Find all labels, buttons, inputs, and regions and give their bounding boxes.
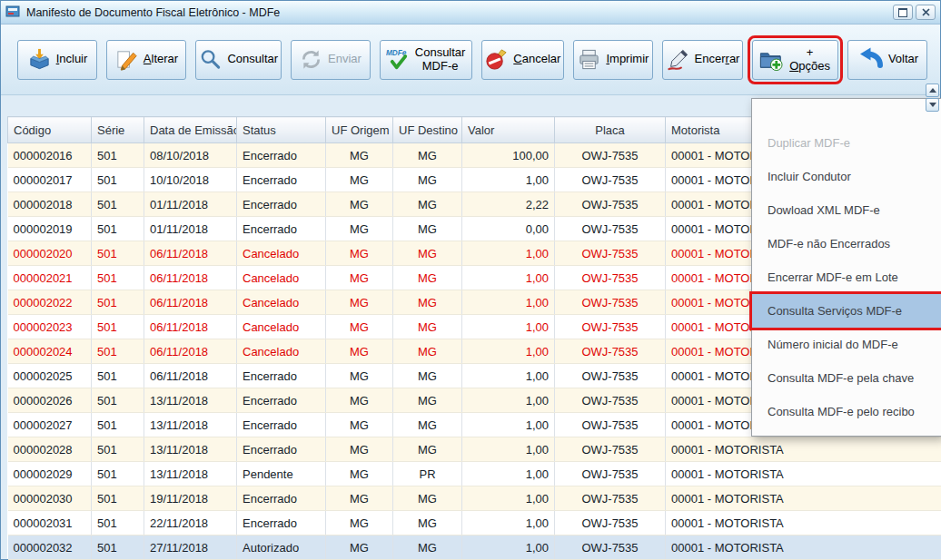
cell-data: 06/11/2018 [144,364,237,388]
maximize-button[interactable] [893,5,913,20]
cell-status: Encerrado [237,511,326,535]
column-uf-destino[interactable]: UF Destino [393,117,462,143]
cell-uf-destino: MG [393,315,462,339]
column-placa[interactable]: Placa [555,117,666,143]
cell-placa: OWJ-7535 [555,241,666,266]
imprimir-button[interactable]: Imprimir [573,40,653,80]
column-data[interactable]: Data de Emissão [144,117,237,143]
cell-uf-destino: MG [393,535,462,560]
opcoes-button[interactable]: + Opções [752,40,838,80]
cell-uf-destino: PR [393,462,462,486]
cell-status: Cancelado [237,339,326,364]
cell-codigo: 000002032 [8,535,92,560]
menu-item-consulta-pela-chave[interactable]: Consulta MDF-e pela chave [752,361,941,395]
table-row[interactable]: 000002028 501 13/11/2018 Encerrado MG MG… [8,437,941,462]
menu-item-duplicar-mdfe: Duplicar MDF-e [752,126,941,160]
record-spinners [926,84,939,112]
cell-uf-origem: MG [326,486,393,511]
cell-status: Cancelado [237,241,326,266]
imprimir-label: Imprimir [606,53,649,66]
table-row[interactable]: 000002032 501 27/11/2018 Autorizado MG M… [8,535,941,560]
column-status[interactable]: Status [237,117,326,143]
cell-serie: 501 [92,192,144,217]
menu-item-encerrar-mdfe-lote[interactable]: Encerrar MDF-e em Lote [752,260,941,294]
incluir-button[interactable]: Incluir [17,40,97,80]
cell-uf-destino: MG [393,168,462,192]
cancelar-label: Cancelar [513,53,560,66]
cell-valor: 1,00 [462,535,555,560]
cell-serie: 501 [92,241,144,266]
encerrar-button[interactable]: Encerrar [662,40,743,80]
cell-valor: 1,00 [462,413,555,437]
spin-down-button[interactable] [926,98,939,112]
cell-status: Encerrado [237,217,326,241]
consultar-button[interactable]: Consultar [195,40,282,80]
cell-placa: OWJ-7535 [555,462,666,486]
table-row[interactable]: 000002029 501 13/11/2018 Pendente MG PR … [8,462,941,486]
cell-placa: OWJ-7535 [555,217,666,241]
column-codigo[interactable]: Código [8,117,92,143]
table-row[interactable]: 000002030 501 19/11/2018 Encerrado MG MG… [8,486,941,511]
cell-codigo: 000002022 [8,290,92,315]
cell-uf-origem: MG [326,217,393,241]
app-icon [5,5,21,20]
menu-item-consulta-servicos[interactable]: Consulta Serviços MDF-e [752,294,941,328]
enviar-label: Enviar [328,53,362,66]
cell-uf-origem: MG [326,535,393,560]
cell-uf-destino: MG [393,511,462,535]
cell-valor: 1,00 [462,437,555,462]
cell-data: 10/10/2018 [144,168,237,192]
cell-uf-destino: MG [393,192,462,217]
cell-status: Pendente [237,462,326,486]
cell-placa: OWJ-7535 [555,535,666,560]
cell-valor: 1,00 [462,462,555,486]
cell-serie: 501 [92,462,144,486]
alterar-label: Alterar [144,53,178,66]
cell-codigo: 000002029 [8,462,92,486]
table-row[interactable]: 000002031 501 22/11/2018 Encerrado MG MG… [8,511,941,535]
cell-data: 13/11/2018 [144,437,237,462]
cell-serie: 501 [92,143,144,168]
close-button[interactable] [916,5,936,20]
spin-up-button[interactable] [926,84,939,97]
inbox-arrow-down-icon [27,47,52,72]
column-uf-origem[interactable]: UF Origem [326,117,393,143]
cell-uf-destino: MG [393,290,462,315]
consultar-mdfe-label: Consultar MDF-e [415,46,466,74]
cell-valor: 1,00 [462,168,555,192]
menu-item-numero-inicial[interactable]: Número inicial do MDF-e [752,328,941,361]
triangle-down-icon [929,103,936,107]
menu-item-mdfe-nao-encerrados[interactable]: MDF-e não Encerrados [752,227,941,260]
voltar-button[interactable]: Voltar [847,40,927,80]
cell-status: Encerrado [237,364,326,388]
cell-uf-origem: MG [326,462,393,486]
cell-valor: 1,00 [462,290,555,315]
cell-valor: 0,00 [462,217,555,241]
cell-serie: 501 [92,290,144,315]
app-window: Manifesto de Documento Fiscal Eletrônico… [0,0,941,560]
cell-placa: OWJ-7535 [555,266,666,290]
voltar-label: Voltar [888,53,918,66]
cell-codigo: 000002025 [8,364,92,388]
alterar-button[interactable]: Alterar [106,40,186,80]
cell-serie: 501 [92,486,144,511]
cell-placa: OWJ-7535 [555,511,666,535]
column-valor[interactable]: Valor [462,117,555,143]
cell-data: 01/11/2018 [144,192,237,217]
cell-valor: 1,00 [462,315,555,339]
cell-motorista: 00001 - MOTORISTA [666,535,941,560]
cell-valor: 1,00 [462,486,555,511]
column-serie[interactable]: Série [92,117,144,143]
consultar-mdfe-button[interactable]: MDFe Consultar MDF-e [380,40,472,80]
cell-data: 06/11/2018 [144,266,237,290]
cell-placa: OWJ-7535 [555,437,666,462]
menu-item-dowload-xml-mdfe[interactable]: Dowload XML MDF-e [752,193,941,227]
menu-item-incluir-condutor[interactable]: Incluir Condutor [752,160,941,193]
cancelar-button[interactable]: Cancelar [481,40,564,80]
enviar-button: Enviar [291,40,371,80]
cell-uf-destino: MG [393,266,462,290]
cell-serie: 501 [92,168,144,192]
cell-uf-origem: MG [326,143,393,168]
cell-placa: OWJ-7535 [555,290,666,315]
menu-item-consulta-pelo-recibo[interactable]: Consulta MDF-e pelo recibo [752,395,941,428]
